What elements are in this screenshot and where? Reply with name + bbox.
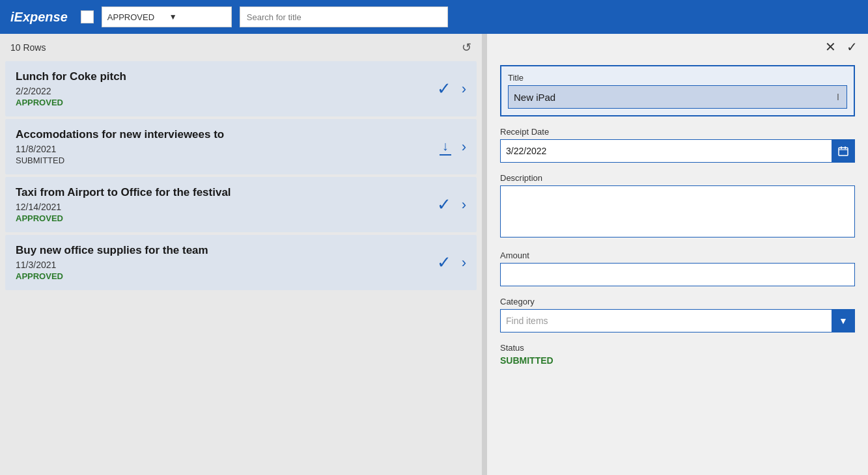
list-item[interactable]: Taxi from Airport to Office for the fest… <box>5 177 477 232</box>
header-checkbox[interactable] <box>81 10 94 23</box>
navigate-chevron-icon[interactable]: › <box>462 197 466 213</box>
cursor-indicator-icon: I <box>837 92 839 102</box>
list-item-content: Lunch for Coke pitch 2/2/2022 APPROVED <box>16 70 437 107</box>
list-item-status: APPROVED <box>16 271 437 281</box>
list-item-content: Buy new office supplies for the team 11/… <box>16 244 437 281</box>
list-item-date: 11/3/2021 <box>16 260 437 270</box>
list-item-content: Accomodations for new interviewees to 11… <box>16 128 440 165</box>
receipt-date-label: Receipt Date <box>500 127 855 137</box>
list-item-title: Accomodations for new interviewees to <box>16 128 440 141</box>
receipt-date-group: Receipt Date <box>500 127 855 163</box>
list-item-status: SUBMITTED <box>16 156 440 165</box>
calendar-icon[interactable] <box>832 139 855 163</box>
list-item-status: APPROVED <box>16 98 437 107</box>
title-input[interactable] <box>508 85 847 109</box>
download-underline <box>440 154 451 156</box>
amount-label: Amount <box>500 251 855 260</box>
title-label: Title <box>508 73 847 83</box>
list-item-actions: ↓ › <box>440 139 466 156</box>
amount-group: Amount <box>500 251 855 286</box>
category-label: Category <box>500 297 855 306</box>
list-item[interactable]: Lunch for Coke pitch 2/2/2022 APPROVED ✓… <box>5 61 477 116</box>
description-group: Description <box>500 173 855 240</box>
receipt-date-wrapper <box>500 139 855 163</box>
navigate-chevron-icon[interactable]: › <box>462 81 466 98</box>
title-search-box[interactable] <box>240 7 448 27</box>
status-filter-chevron-icon: ▼ <box>169 12 226 21</box>
list-item-actions: ✓ › <box>437 79 466 99</box>
description-input[interactable] <box>500 185 855 238</box>
panel-divider <box>482 34 487 475</box>
list-item-content: Taxi from Airport to Office for the fest… <box>16 186 437 223</box>
approve-check-icon[interactable]: ✓ <box>437 79 451 99</box>
category-group: Category Find items ▼ <box>500 297 855 332</box>
list-item-title: Buy new office supplies for the team <box>16 244 437 257</box>
title-search-input[interactable] <box>247 12 441 22</box>
category-select[interactable]: Find items <box>500 309 855 332</box>
close-icon[interactable]: ✕ <box>825 39 836 55</box>
receipt-date-input[interactable] <box>500 139 855 163</box>
approve-check-icon[interactable]: ✓ <box>437 252 451 273</box>
title-input-wrapper: I <box>508 85 847 109</box>
detail-form: Title I Receipt Date <box>487 60 868 475</box>
navigate-chevron-icon[interactable]: › <box>462 139 466 156</box>
list-item-date: 11/8/2021 <box>16 144 440 154</box>
status-label: Status <box>500 343 855 353</box>
svg-rect-0 <box>839 148 848 156</box>
rows-count: 10 Rows <box>10 42 46 53</box>
approve-check-icon[interactable]: ✓ <box>437 195 451 215</box>
confirm-icon[interactable]: ✓ <box>847 39 858 55</box>
detail-header: ✕ ✓ <box>487 34 868 60</box>
list-item-date: 12/14/2021 <box>16 202 437 212</box>
detail-panel: ✕ ✓ Title I Receipt Date <box>487 34 868 475</box>
list-item-status: APPROVED <box>16 213 437 223</box>
status-group: Status SUBMITTED <box>500 343 855 366</box>
status-filter-value: APPROVED <box>107 12 164 22</box>
refresh-icon[interactable]: ↺ <box>462 40 471 55</box>
status-value: SUBMITTED <box>500 355 855 366</box>
list-item-title: Lunch for Coke pitch <box>16 70 437 83</box>
title-field-group: Title I <box>500 65 855 116</box>
app-header: iExpense APPROVED ▼ <box>0 0 868 34</box>
description-label: Description <box>500 173 855 183</box>
download-icon[interactable]: ↓ <box>440 139 451 156</box>
status-filter-dropdown[interactable]: APPROVED ▼ <box>102 7 232 27</box>
amount-input[interactable] <box>500 263 855 286</box>
list-item-actions: ✓ › <box>437 252 466 273</box>
expense-list: Lunch for Coke pitch 2/2/2022 APPROVED ✓… <box>0 61 482 475</box>
list-header: 10 Rows ↺ <box>0 34 482 61</box>
main-container: 10 Rows ↺ Lunch for Coke pitch 2/2/2022 … <box>0 34 868 475</box>
app-logo: iExpense <box>10 10 68 25</box>
category-select-wrapper: Find items ▼ <box>500 309 855 332</box>
list-item[interactable]: Buy new office supplies for the team 11/… <box>5 235 477 290</box>
list-item-date: 2/2/2022 <box>16 86 437 96</box>
list-item-actions: ✓ › <box>437 195 466 215</box>
navigate-chevron-icon[interactable]: › <box>462 254 466 271</box>
expense-list-panel: 10 Rows ↺ Lunch for Coke pitch 2/2/2022 … <box>0 34 482 475</box>
list-item[interactable]: Accomodations for new interviewees to 11… <box>5 119 477 174</box>
list-item-title: Taxi from Airport to Office for the fest… <box>16 186 437 199</box>
